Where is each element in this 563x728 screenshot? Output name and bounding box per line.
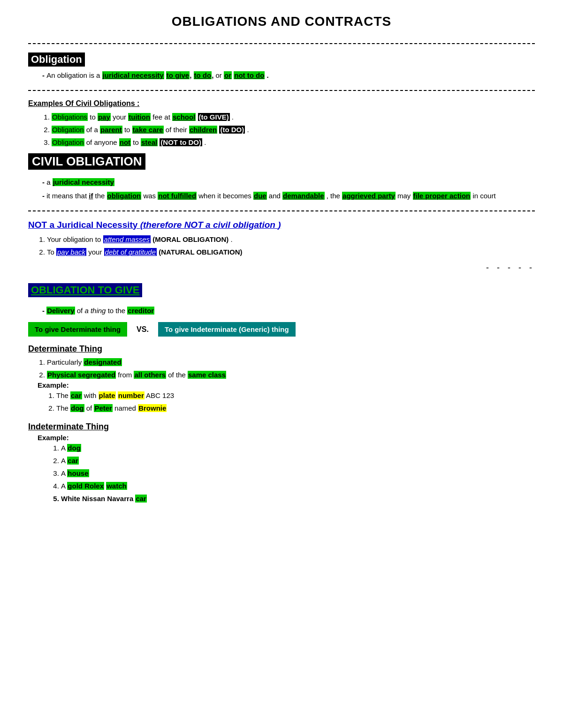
indet-item-3: A house	[61, 467, 535, 480]
hl-to-do: to do	[194, 71, 212, 79]
civil-obligation-heading: CIVIL OBLIGATION	[28, 153, 145, 170]
vs-right: To give Indeterminate (Generic) thing	[158, 322, 296, 337]
indet-item-4: A gold Rolex watch	[61, 480, 535, 492]
hl-not-to-do2: not to do	[234, 71, 265, 79]
divider-1	[28, 43, 535, 44]
obligation-give-heading: OBLIGATION TO GIVE	[28, 283, 142, 297]
section-not-juridical: NOT a Juridical Necessity (therefore NOT…	[28, 220, 535, 258]
hl-not-to-do: or	[224, 71, 232, 79]
dash-right: - - - - -	[28, 263, 535, 273]
det-item-1: Particularly designated	[47, 356, 535, 368]
divider-3	[28, 210, 535, 211]
indet-item-5: White Nissan Navarra car	[61, 492, 535, 505]
obligation-bullet: An obligation is a juridical necessity t…	[42, 69, 535, 82]
det-item-2: Physical segregated from all others of t…	[47, 368, 535, 381]
det-example-1: The car with plate number ABC 123	[56, 389, 535, 402]
obligation-give-heading-wrap: OBLIGATION TO GIVE	[28, 283, 535, 301]
section-indeterminate: Indeterminate Thing Example: A dog A car…	[28, 418, 535, 505]
section-obligation: Obligation An obligation is a juridical …	[28, 53, 535, 82]
indet-example-label: Example:	[38, 434, 535, 442]
det-example-label: Example:	[38, 381, 535, 389]
obligation-give-bullet: Delivery of a thing to the creditor	[42, 305, 535, 317]
vs-left: To give Determinate thing	[28, 322, 127, 337]
section-determinate: Determinate Thing Particularly designate…	[28, 344, 535, 414]
section-obligation-to-give: OBLIGATION TO GIVE Delivery of a thing t…	[28, 283, 535, 317]
example-item-1: Obligations to pay your tuition fee at s…	[52, 111, 535, 123]
example-item-3: Obligation of anyone not to steal (NOT t…	[52, 136, 535, 149]
page-title: OBLIGATIONS AND CONTRACTS	[28, 14, 535, 29]
determinate-heading: Determinate Thing	[28, 344, 102, 354]
examples-heading: Examples Of Civil Obligations :	[28, 99, 535, 108]
example-item-2: Obligation of a parent to take care of t…	[52, 123, 535, 136]
civil-obligation-heading-wrap: CIVIL OBLIGATION	[28, 153, 535, 173]
section-examples: Examples Of Civil Obligations : Obligati…	[28, 99, 535, 149]
obligation-heading: Obligation	[28, 53, 85, 67]
hl-juridical-necessity: juridical necessity	[102, 71, 164, 79]
vs-table: To give Determinate thing VS. To give In…	[28, 322, 535, 337]
not-jur-item-1: Your obligation to attend masses (MORAL …	[47, 233, 535, 246]
det-example-2: The dog of Peter named Brownie	[56, 402, 535, 414]
divider-2	[28, 90, 535, 91]
indet-item-1: A dog	[61, 442, 535, 454]
not-jur-item-2: To pay back your debt of gratitude (NATU…	[47, 246, 535, 258]
not-juridical-heading: NOT a Juridical Necessity (therefore NOT…	[28, 220, 281, 230]
civil-ob-bullet2: it means that if the obligation was not …	[42, 190, 535, 202]
indet-item-2: A car	[61, 454, 535, 467]
indeterminate-heading: Indeterminate Thing	[28, 422, 109, 432]
vs-label: VS.	[137, 325, 149, 334]
hl-to-give: to give	[166, 71, 190, 79]
civil-ob-bullet1: a juridical necessity	[42, 176, 535, 188]
